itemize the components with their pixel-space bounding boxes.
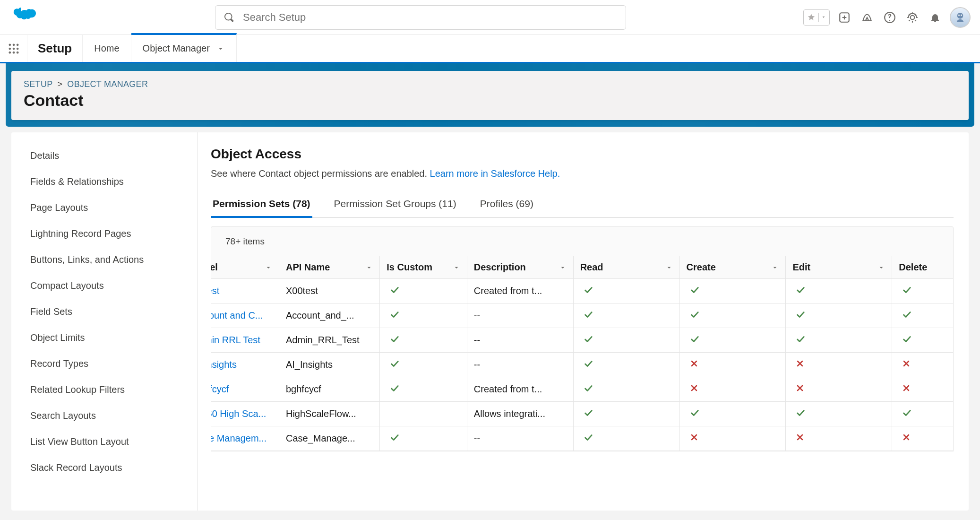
chevron-down-icon[interactable] xyxy=(365,264,373,271)
search-box[interactable] xyxy=(215,5,626,30)
cell-read xyxy=(573,279,679,303)
sidebar-item-fields-relationships[interactable]: Fields & Relationships xyxy=(11,169,197,195)
salesforce-logo[interactable] xyxy=(9,8,38,27)
cell-api-name: Case_Manage... xyxy=(279,426,379,451)
check-icon xyxy=(902,309,912,320)
chevron-down-icon[interactable] xyxy=(559,264,567,271)
sidebar-item-compact-layouts[interactable]: Compact Layouts xyxy=(11,273,197,299)
cell-is-custom xyxy=(380,328,467,353)
cell-read xyxy=(573,402,679,426)
notifications-button[interactable] xyxy=(927,9,943,26)
check-icon xyxy=(583,358,593,369)
check-icon xyxy=(902,334,912,344)
sidebar-item-field-sets[interactable]: Field Sets xyxy=(11,299,197,325)
table-scroll[interactable]: bel API Name Is Custom Description Read … xyxy=(211,256,953,451)
app-launcher[interactable] xyxy=(0,35,27,62)
favorites-button[interactable] xyxy=(803,9,830,26)
sidebar-item-slack-record-layouts[interactable]: Slack Record Layouts xyxy=(11,455,197,481)
trailhead-icon xyxy=(861,11,873,24)
row-link[interactable]: count and C... xyxy=(211,310,263,321)
cell-description: Created from t... xyxy=(467,279,573,303)
nav-object-manager[interactable]: Object Manager xyxy=(131,33,237,62)
table-row: count and C...Account_and_...-- xyxy=(211,303,953,328)
col-is-custom[interactable]: Is Custom xyxy=(380,256,467,279)
sidebar-item-related-lookup-filters[interactable]: Related Lookup Filters xyxy=(11,377,197,403)
profile-avatar[interactable] xyxy=(950,7,971,28)
row-link[interactable]: se Managem... xyxy=(211,433,266,443)
chevron-down-icon[interactable] xyxy=(216,44,225,53)
col-api-name[interactable]: API Name xyxy=(279,256,379,279)
chevron-down-icon[interactable] xyxy=(665,264,673,271)
tab-permission-sets[interactable]: Permission Sets (78) xyxy=(211,191,312,218)
breadcrumb: SETUP > OBJECT MANAGER xyxy=(24,79,956,89)
col-delete[interactable]: Delete xyxy=(892,256,953,279)
settings-button[interactable] xyxy=(904,9,920,26)
check-icon xyxy=(583,309,593,320)
context-app-name: Setup xyxy=(27,35,83,62)
sidebar-item-details[interactable]: Details xyxy=(11,143,197,169)
check-icon xyxy=(795,285,806,295)
col-create[interactable]: Create xyxy=(679,256,786,279)
breadcrumb-setup-link[interactable]: SETUP xyxy=(24,79,53,89)
help-link[interactable]: Learn more in Salesforce Help. xyxy=(430,168,560,179)
cell-api-name: HighScaleFlow... xyxy=(279,402,379,426)
check-icon xyxy=(689,407,700,418)
svg-point-2 xyxy=(957,13,963,19)
cross-icon xyxy=(689,383,699,393)
nav-home[interactable]: Home xyxy=(83,35,131,62)
row-link[interactable]: hfcycf xyxy=(211,384,229,394)
row-link[interactable]: :60 High Sca... xyxy=(211,408,266,419)
col-edit[interactable]: Edit xyxy=(786,256,892,279)
cell-edit xyxy=(786,328,892,353)
sidebar-item-buttons-links-actions[interactable]: Buttons, Links, and Actions xyxy=(11,247,197,273)
sidebar-item-lightning-record-pages[interactable]: Lightning Record Pages xyxy=(11,221,197,247)
cell-is-custom xyxy=(380,353,467,377)
check-icon xyxy=(389,358,400,369)
cell-api-name: AI_Insights xyxy=(279,353,379,377)
sidebar-item-object-limits[interactable]: Object Limits xyxy=(11,325,197,351)
chevron-down-icon[interactable] xyxy=(771,264,779,271)
table-row: hfcycfbghfcycfCreated from t... xyxy=(211,377,953,402)
row-link[interactable]: Insights xyxy=(211,359,237,370)
row-link[interactable]: test xyxy=(211,286,219,296)
breadcrumb-separator: > xyxy=(58,79,63,89)
cell-label: test xyxy=(211,279,279,303)
add-button[interactable] xyxy=(836,9,852,26)
nav-home-label: Home xyxy=(94,43,119,54)
cell-api-name: Admin_RRL_Test xyxy=(279,328,379,353)
tab-permission-set-groups[interactable]: Permission Set Groups (11) xyxy=(332,191,458,218)
check-icon xyxy=(583,383,593,393)
col-read[interactable]: Read xyxy=(573,256,679,279)
main-body: Details Fields & Relationships Page Layo… xyxy=(11,132,969,511)
page-title: Contact xyxy=(24,91,956,110)
cross-icon xyxy=(689,359,699,368)
svg-point-3 xyxy=(958,14,960,16)
cell-description: -- xyxy=(467,328,573,353)
table-container: bel API Name Is Custom Description Read … xyxy=(211,256,954,451)
tab-profiles[interactable]: Profiles (69) xyxy=(478,191,535,218)
check-icon xyxy=(902,407,912,418)
cell-label: hfcycf xyxy=(211,377,279,402)
sidebar-item-page-layouts[interactable]: Page Layouts xyxy=(11,195,197,221)
breadcrumb-object-manager-link[interactable]: OBJECT MANAGER xyxy=(67,79,148,89)
svg-point-6 xyxy=(12,43,15,46)
table-row: :60 High Sca...HighScaleFlow...Allows in… xyxy=(211,402,953,426)
cell-read xyxy=(573,353,679,377)
row-link[interactable]: min RRL Test xyxy=(211,335,260,345)
col-description[interactable]: Description xyxy=(467,256,573,279)
chevron-down-icon[interactable] xyxy=(453,264,460,271)
help-button[interactable] xyxy=(882,9,898,26)
check-icon xyxy=(389,432,400,442)
search-input[interactable] xyxy=(243,11,617,24)
sidebar-item-record-types[interactable]: Record Types xyxy=(11,351,197,377)
sidebar-item-search-layouts[interactable]: Search Layouts xyxy=(11,403,197,429)
table-row: se Managem...Case_Manage...-- xyxy=(211,426,953,451)
chevron-down-icon[interactable] xyxy=(265,264,272,271)
trailhead-button[interactable] xyxy=(859,9,875,26)
cell-edit xyxy=(786,402,892,426)
sidebar-item-list-view-button-layout[interactable]: List View Button Layout xyxy=(11,429,197,455)
section-desc-text: See where Contact object permissions are… xyxy=(211,168,430,179)
chevron-down-icon[interactable] xyxy=(877,264,885,271)
cell-label: count and C... xyxy=(211,303,279,328)
col-label[interactable]: bel xyxy=(211,256,279,279)
